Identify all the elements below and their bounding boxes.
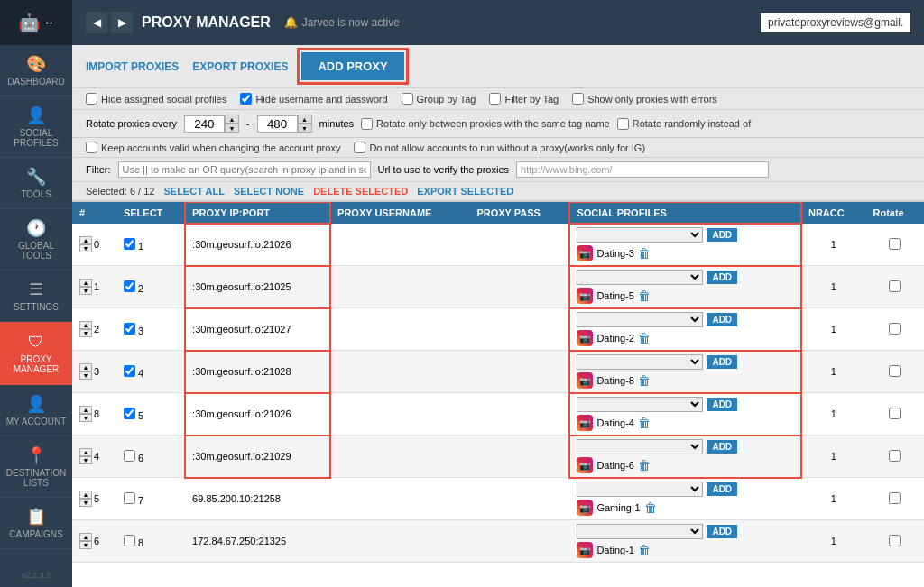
- rotate-max-up[interactable]: ▲: [298, 115, 312, 124]
- row-checkbox[interactable]: [124, 450, 135, 462]
- sidebar-item-campaigns[interactable]: 📋 CAMPAIGNS: [0, 498, 72, 549]
- row-order-down[interactable]: ▼: [79, 329, 92, 337]
- social-delete-button[interactable]: 🗑: [638, 416, 651, 430]
- row-order-up[interactable]: ▲: [79, 321, 92, 329]
- rotate-max-field[interactable]: [257, 115, 298, 133]
- select-all-link[interactable]: SELECT ALL: [163, 186, 224, 197]
- import-proxies-link[interactable]: IMPORT PROXIES: [86, 60, 179, 73]
- social-delete-button[interactable]: 🗑: [638, 289, 651, 303]
- export-proxies-link[interactable]: EXPORT PROXIES: [192, 60, 288, 73]
- row-order-up[interactable]: ▲: [79, 491, 92, 499]
- export-selected-link[interactable]: EXPORT SELECTED: [417, 186, 513, 197]
- social-delete-button[interactable]: 🗑: [638, 331, 651, 345]
- row-order-down[interactable]: ▼: [79, 414, 92, 422]
- rotate-checkbox[interactable]: [889, 323, 901, 335]
- social-add-button[interactable]: ADD: [707, 525, 737, 538]
- sidebar-item-dashboard[interactable]: 🎨 DASHBOARD: [0, 45, 72, 96]
- add-proxy-button[interactable]: ADD PROXY: [301, 52, 403, 80]
- row-order-up[interactable]: ▲: [79, 533, 92, 541]
- filter-input[interactable]: [118, 161, 371, 178]
- social-dropdown[interactable]: [577, 354, 703, 370]
- hide-assigned-checkbox[interactable]: [86, 93, 97, 105]
- no-allow-label[interactable]: Do not allow accounts to run without a p…: [354, 142, 645, 153]
- rotate-min-field[interactable]: [184, 115, 225, 133]
- row-order-down[interactable]: ▼: [79, 541, 92, 549]
- rotate-checkbox[interactable]: [889, 492, 901, 504]
- social-dropdown[interactable]: [577, 270, 703, 285]
- row-order-up[interactable]: ▲: [79, 279, 92, 287]
- row-checkbox[interactable]: [124, 238, 135, 250]
- social-delete-button[interactable]: 🗑: [638, 458, 651, 472]
- nav-forward-button[interactable]: ▶: [111, 12, 133, 33]
- group-by-tag-checkbox[interactable]: [402, 93, 413, 105]
- social-add-button[interactable]: ADD: [707, 482, 737, 496]
- social-add-button[interactable]: ADD: [707, 228, 737, 242]
- social-delete-button[interactable]: 🗑: [638, 373, 651, 388]
- filter-by-tag-label[interactable]: Filter by Tag: [489, 93, 559, 105]
- rotate-max-down[interactable]: ▼: [298, 124, 312, 133]
- row-checkbox[interactable]: [124, 535, 135, 546]
- delete-selected-link[interactable]: DELETE SELECTED: [313, 186, 408, 197]
- social-dropdown[interactable]: [577, 482, 703, 497]
- rotate-min-down[interactable]: ▼: [225, 124, 239, 133]
- row-order-down[interactable]: ▼: [79, 499, 92, 507]
- show-errors-label[interactable]: Show only proxies with errors: [572, 93, 717, 105]
- social-delete-button[interactable]: 🗑: [638, 543, 651, 557]
- keep-accounts-checkbox[interactable]: [86, 142, 97, 153]
- social-add-button[interactable]: ADD: [707, 398, 737, 411]
- social-delete-button[interactable]: 🗑: [638, 246, 651, 261]
- row-checkbox[interactable]: [124, 492, 135, 504]
- social-delete-button[interactable]: 🗑: [644, 500, 657, 515]
- row-order-down[interactable]: ▼: [79, 244, 92, 252]
- hide-username-label[interactable]: Hide username and password: [240, 93, 387, 105]
- nav-back-button[interactable]: ◀: [86, 12, 107, 33]
- row-checkbox[interactable]: [124, 365, 135, 377]
- social-add-button[interactable]: ADD: [707, 440, 737, 454]
- rotate-checkbox[interactable]: [889, 535, 901, 546]
- rotate-checkbox[interactable]: [889, 280, 901, 292]
- rotate-checkbox[interactable]: [889, 408, 901, 419]
- logo-arrow[interactable]: ↔: [44, 16, 55, 29]
- sidebar-item-proxy-manager[interactable]: 🛡 PROXY MANAGER: [0, 322, 72, 385]
- row-order-down[interactable]: ▼: [79, 287, 92, 295]
- rotate-checkbox[interactable]: [889, 365, 901, 377]
- filter-by-tag-checkbox[interactable]: [489, 93, 501, 105]
- keep-accounts-label[interactable]: Keep accounts valid when changing the ac…: [86, 142, 340, 153]
- same-tag-label[interactable]: Rotate only between proxies with the sam…: [361, 118, 610, 130]
- rotate-checkbox[interactable]: [889, 450, 901, 462]
- social-dropdown[interactable]: [577, 312, 703, 327]
- social-dropdown[interactable]: [577, 439, 703, 454]
- social-add-button[interactable]: ADD: [707, 355, 737, 369]
- social-add-button[interactable]: ADD: [707, 313, 737, 326]
- no-allow-checkbox[interactable]: [354, 142, 365, 153]
- select-none-link[interactable]: SELECT NONE: [234, 186, 304, 197]
- sidebar-item-tools[interactable]: 🔧 TOOLS: [0, 158, 72, 209]
- row-order-down[interactable]: ▼: [79, 456, 92, 464]
- social-dropdown[interactable]: [577, 397, 703, 412]
- row-order-down[interactable]: ▼: [79, 371, 92, 380]
- row-checkbox[interactable]: [124, 323, 135, 335]
- sidebar-item-destination-lists[interactable]: 📍 DESTINATION LISTS: [0, 436, 72, 498]
- hide-username-checkbox[interactable]: [240, 93, 252, 105]
- row-order-up[interactable]: ▲: [79, 236, 92, 244]
- social-add-button[interactable]: ADD: [707, 271, 737, 284]
- sidebar-item-my-account[interactable]: 👤 MY ACCOUNT: [0, 385, 72, 436]
- show-errors-checkbox[interactable]: [572, 93, 584, 105]
- row-order-up[interactable]: ▲: [79, 448, 92, 456]
- random-label[interactable]: Rotate randomly instead of: [617, 118, 751, 130]
- hide-assigned-label[interactable]: Hide assigned social profiles: [86, 93, 226, 105]
- row-checkbox[interactable]: [124, 280, 135, 292]
- row-checkbox[interactable]: [124, 408, 135, 419]
- url-input[interactable]: [516, 161, 769, 178]
- social-dropdown[interactable]: [577, 524, 703, 539]
- random-checkbox[interactable]: [617, 118, 629, 130]
- row-order-up[interactable]: ▲: [79, 406, 92, 414]
- social-dropdown[interactable]: [577, 227, 703, 243]
- group-by-tag-label[interactable]: Group by Tag: [402, 93, 476, 105]
- same-tag-checkbox[interactable]: [361, 118, 373, 130]
- sidebar-item-global-tools[interactable]: 🕐 GLOBAL TOOLS: [0, 209, 72, 271]
- rotate-min-up[interactable]: ▲: [225, 115, 239, 124]
- rotate-checkbox[interactable]: [889, 238, 901, 250]
- sidebar-item-settings[interactable]: ☰ SETTINGS: [0, 271, 72, 322]
- row-order-up[interactable]: ▲: [79, 363, 92, 371]
